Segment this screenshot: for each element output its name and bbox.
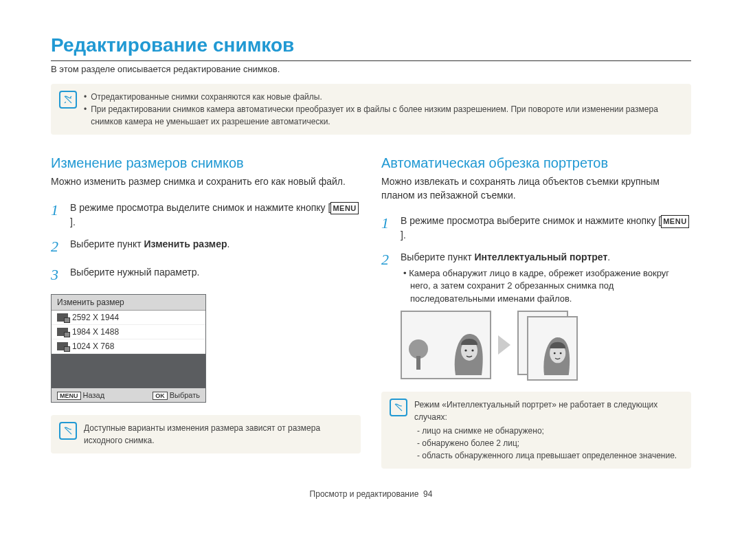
menu-key: MENU	[661, 215, 688, 228]
left-heading: Изменение размеров снимков	[51, 155, 361, 171]
cam-blank-area	[52, 354, 205, 388]
camera-screen-mock: Изменить размер 2592 X 1944 1984 X 1488 …	[51, 294, 206, 403]
cam-row: 1024 X 768	[52, 339, 205, 354]
landscape-photo	[401, 311, 491, 379]
step2-text-pre: Выберите пункт	[70, 238, 144, 249]
step-number: 2	[51, 235, 63, 258]
menu-key-small: MENU	[57, 392, 81, 400]
top-note: •Отредактированные снимки сохраняются ка…	[51, 84, 691, 135]
svg-point-10	[560, 352, 562, 354]
cropped-stack	[517, 311, 578, 379]
step3-text: Выберите нужный параметр.	[70, 263, 361, 286]
arrow-right-icon	[498, 335, 510, 355]
resolution-icon	[57, 342, 68, 350]
step2-text-post: .	[227, 238, 230, 249]
right-note-title: Режим «Интеллектуальный портрет» не рабо…	[414, 399, 683, 423]
step-item: 3 Выберите нужный параметр.	[51, 263, 361, 286]
step1-text-post: ].	[70, 216, 76, 227]
ok-key-small: OK	[153, 392, 168, 400]
svg-rect-1	[416, 356, 420, 370]
page-footer: Просмотр и редактирование 94	[51, 469, 691, 499]
right-lead: Можно извлекать и сохранять лица объекто…	[381, 175, 691, 202]
right-column: Автоматическая обрезка портретов Можно и…	[381, 155, 691, 469]
cropped-photo	[527, 316, 578, 381]
rstep2-post: .	[607, 251, 610, 262]
cam-row: 1984 X 1488	[52, 325, 205, 339]
left-note: Доступные варианты изменения размера зав…	[51, 415, 361, 453]
left-column: Изменение размеров снимков Можно изменит…	[51, 155, 361, 469]
resolution-icon	[57, 328, 68, 336]
svg-point-3	[464, 349, 466, 351]
cam-row-text: 2592 X 1944	[72, 313, 119, 322]
portrait-illustration	[381, 311, 691, 379]
cam-foot-left: Назад	[83, 391, 105, 399]
svg-point-0	[409, 339, 428, 359]
title-rule	[51, 60, 691, 61]
step-item: 2 Выберите пункт Интеллектуальный портре…	[381, 248, 691, 305]
rstep1-post: ].	[401, 229, 406, 240]
note-icon	[59, 91, 77, 109]
face-icon	[449, 327, 486, 378]
right-note-item: - лицо на снимке не обнаружено;	[414, 425, 683, 437]
top-note-text-1: Отредактированные снимки сохраняются как…	[91, 91, 322, 103]
rstep2-bold: Интеллектуальный портрет	[474, 251, 607, 262]
page-subtitle: В этом разделе описывается редактировани…	[51, 64, 691, 74]
face-icon	[539, 331, 572, 379]
cam-row: 2592 X 1944	[52, 311, 205, 325]
svg-point-4	[471, 349, 473, 351]
step-number: 1	[381, 212, 394, 243]
cam-foot-right: Выбрать	[170, 391, 200, 399]
step-number: 3	[51, 263, 63, 286]
note-icon	[59, 422, 77, 440]
cam-footer: MENU Назад OK Выбрать	[52, 388, 205, 402]
step-item: 1 В режиме просмотра выделите снимок и н…	[51, 199, 361, 229]
rstep2-pre: Выберите пункт	[401, 251, 474, 262]
top-note-line: •Отредактированные снимки сохраняются ка…	[84, 91, 683, 103]
cam-row-text: 1984 X 1488	[72, 327, 119, 337]
menu-key: MENU	[330, 202, 358, 215]
resolution-icon	[57, 313, 68, 322]
cam-title: Изменить размер	[52, 295, 205, 311]
footer-section: Просмотр и редактирование	[310, 489, 419, 499]
step2-bold: Изменить размер	[144, 238, 227, 249]
note-icon	[390, 399, 407, 416]
right-heading: Автоматическая обрезка портретов	[381, 155, 691, 171]
step-number: 1	[51, 199, 63, 229]
top-note-line: •При редактировании снимков камера автом…	[84, 103, 683, 128]
left-note-text: Доступные варианты изменения размера зав…	[84, 422, 352, 447]
left-lead: Можно изменить размер снимка и сохранить…	[51, 175, 361, 189]
rstep1-pre: В режиме просмотра выберите снимок и наж…	[401, 215, 661, 226]
cam-row-text: 1024 X 768	[72, 341, 114, 351]
step1-text-pre: В режиме просмотра выделите снимок и наж…	[70, 202, 330, 213]
step-item: 1 В режиме просмотра выберите снимок и н…	[381, 212, 691, 243]
footer-page-number: 94	[423, 489, 432, 499]
svg-point-9	[554, 352, 556, 354]
top-note-text-2: При редактировании снимков камера автома…	[91, 103, 683, 128]
step-number: 2	[381, 248, 394, 305]
tree-icon	[407, 338, 435, 374]
page-title: Редактирование снимков	[51, 34, 691, 56]
step-sub-bullet: • Камера обнаружит лицо в кадре, обрежет…	[401, 267, 691, 305]
right-note-item: - область обнаруженного лица превышает о…	[414, 449, 683, 462]
step-item: 2 Выберите пункт Изменить размер.	[51, 235, 361, 258]
right-note-item: - обнаружено более 2 лиц;	[414, 437, 683, 449]
right-note: Режим «Интеллектуальный портрет» не рабо…	[381, 392, 691, 469]
